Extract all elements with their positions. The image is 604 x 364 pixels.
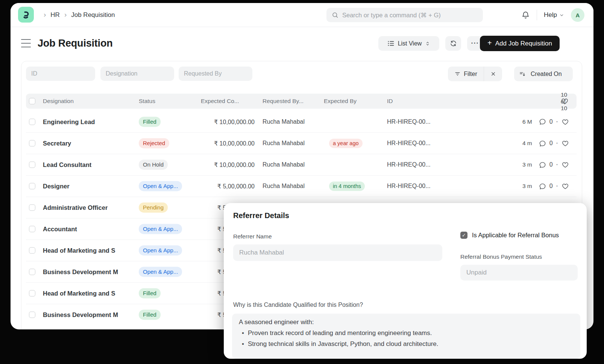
avatar[interactable]: A	[571, 8, 584, 22]
qualification-intro: A seasoned engineer with:	[239, 318, 574, 326]
qualification-bullet: Proven track record of leading and mento…	[239, 329, 574, 337]
table-row[interactable]: Engineering Lead Filled ₹ 10,00,000.00 R…	[26, 111, 577, 132]
comment-count: 0	[549, 140, 553, 147]
row-checkbox[interactable]	[29, 118, 35, 125]
filter-field-designation	[100, 67, 174, 81]
status-badge: Open & App...	[139, 245, 182, 255]
referrer-details-modal: Referrer Details Referrer Name ✓ Is Appl…	[224, 203, 587, 359]
referrer-name-field	[233, 244, 442, 261]
checkbox-checked[interactable]: ✓	[460, 232, 467, 239]
expected-cost-cell: ₹ 10,00,000.00	[184, 118, 255, 125]
qualification-label: Why is this Candidate Qualified for this…	[233, 302, 363, 308]
filter-field-id	[26, 67, 95, 81]
column-requested-by[interactable]: Requested By...	[263, 98, 304, 105]
qualification-textarea[interactable]: A seasoned engineer with: Proven track r…	[232, 314, 580, 359]
status-badge: Open & App...	[139, 181, 182, 191]
screenshot-frame: › HR › Job Requisition Help A Job Requ	[0, 0, 604, 364]
chevron-down-icon	[559, 13, 564, 18]
referrer-name-input[interactable]	[233, 244, 442, 261]
row-meta: 3 m 0 ·	[522, 182, 569, 190]
row-checkbox[interactable]	[29, 290, 35, 297]
table-row[interactable]: Lead Consultant On Hold ₹ 10,00,000.00 R…	[26, 154, 577, 175]
modified-time: 3 m	[522, 161, 532, 168]
designation-cell: Designer	[43, 183, 70, 190]
comment-count: 0	[549, 161, 553, 168]
qualification-bullets: Proven track record of leading and mento…	[239, 329, 574, 348]
heart-icon[interactable]	[562, 182, 569, 190]
referrer-name-label: Referrer Name	[233, 233, 272, 240]
payment-status-label: Referral Bonus Payment Status	[460, 253, 542, 260]
row-checkbox[interactable]	[29, 226, 35, 232]
table-row[interactable]: Designer Open & App... ₹ 5,00,000.00 Ruc…	[26, 175, 577, 197]
navbar-right: Help A	[521, 3, 584, 27]
row-meta: 6 M 0 ·	[522, 118, 569, 126]
row-checkbox[interactable]	[29, 312, 35, 318]
modified-time: 6 M	[522, 118, 532, 125]
column-id[interactable]: ID	[387, 98, 393, 105]
heart-icon[interactable]	[562, 118, 569, 126]
requested-by-filter-input[interactable]	[179, 67, 252, 81]
designation-cell: Accountant	[43, 226, 77, 233]
row-checkbox[interactable]	[29, 140, 35, 147]
requested-by-cell: Rucha Mahabal	[263, 183, 305, 190]
comment-icon[interactable]	[539, 161, 546, 168]
status-badge: Open & App...	[139, 267, 182, 277]
row-checkbox[interactable]	[29, 247, 35, 254]
comment-icon[interactable]	[539, 118, 546, 125]
payment-status-input[interactable]	[460, 265, 578, 281]
sidebar-toggle-icon[interactable]	[21, 39, 31, 47]
hr-logo-icon[interactable]	[18, 7, 34, 23]
column-status[interactable]: Status	[139, 98, 155, 105]
select-all-checkbox[interactable]	[29, 98, 35, 105]
designation-cell: Administrative Officer	[43, 204, 108, 211]
row-checkbox[interactable]	[29, 162, 35, 168]
dot-separator: ·	[556, 118, 558, 125]
filter-field-requested-by	[179, 67, 252, 81]
global-search	[326, 8, 483, 22]
referral-bonus-checkbox-label: Is Applicable for Referral Bonus	[472, 232, 559, 239]
column-expected-by[interactable]: Expected By	[324, 98, 357, 105]
breadcrumb-item-job-requisition[interactable]: Job Requisition	[71, 11, 115, 19]
id-filter-input[interactable]	[26, 67, 95, 81]
modified-time: 4 m	[522, 140, 532, 147]
table-row[interactable]: Secretary Rejected ₹ 10,00,000.00 Rucha …	[26, 132, 577, 154]
column-designation[interactable]: Designation	[43, 98, 74, 105]
designation-cell: Business Development M	[43, 311, 118, 318]
help-menu[interactable]: Help	[544, 11, 564, 19]
expected-cost-cell: ₹ 10,00,000.00	[184, 140, 255, 147]
row-checkbox[interactable]	[29, 205, 35, 211]
expected-by-badge: a year ago	[329, 139, 363, 148]
clear-filter-button[interactable]	[484, 67, 502, 81]
sort-direction-button[interactable]	[514, 67, 531, 81]
filter-icon	[454, 71, 461, 77]
dot-separator: ·	[556, 161, 558, 168]
referral-bonus-checkbox-row[interactable]: ✓ Is Applicable for Referral Bonus	[460, 232, 559, 239]
heart-icon[interactable]	[562, 161, 569, 168]
designation-cell: Secretary	[43, 140, 71, 147]
search-input[interactable]	[326, 8, 483, 22]
sort-button-group: Created On	[514, 67, 573, 81]
expected-by-badge: in 4 months	[329, 182, 365, 191]
bell-icon[interactable]	[521, 11, 530, 20]
dot-separator: ·	[556, 183, 558, 190]
filter-button[interactable]: Filter	[448, 67, 484, 81]
view-switcher-button[interactable]: List View	[378, 36, 439, 51]
sort-field-label: Created On	[531, 71, 562, 77]
chevron-updown-icon	[425, 41, 430, 47]
row-checkbox[interactable]	[29, 269, 35, 275]
designation-cell: Head of Marketing and S	[43, 247, 115, 254]
comment-icon[interactable]	[539, 183, 546, 190]
modal-title: Referrer Details	[233, 211, 289, 220]
refresh-button[interactable]	[445, 36, 461, 51]
designation-cell: Lead Consultant	[43, 161, 91, 168]
row-checkbox[interactable]	[29, 183, 35, 190]
breadcrumb-item-hr[interactable]: HR	[50, 11, 60, 19]
comment-icon[interactable]	[539, 140, 546, 147]
heart-icon[interactable]	[562, 140, 569, 147]
search-icon	[332, 12, 338, 18]
id-cell: HR-HIREQ-00...	[387, 140, 431, 147]
add-job-requisition-button[interactable]: + Add Job Requisition	[480, 36, 560, 51]
sort-field-button[interactable]: Created On	[531, 67, 568, 81]
designation-filter-input[interactable]	[100, 67, 174, 81]
column-expected-cost[interactable]: Expected Co...	[201, 98, 239, 105]
